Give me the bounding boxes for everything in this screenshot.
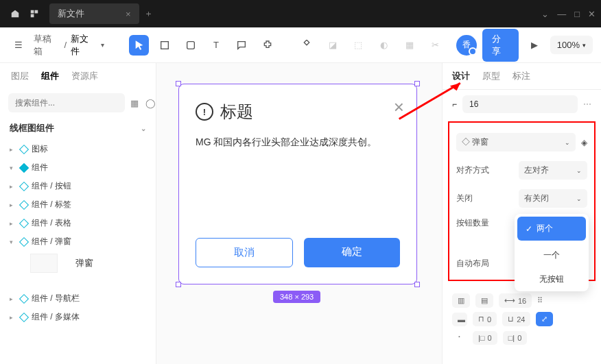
- pad-input[interactable]: □| 0: [503, 331, 528, 345]
- align-select[interactable]: 左对齐⌄: [519, 161, 587, 180]
- tree-item[interactable]: ▸组件 / 表格: [5, 214, 150, 232]
- svg-rect-2: [31, 14, 34, 18]
- component-thumb[interactable]: [30, 254, 58, 273]
- crop-tool[interactable]: ✂: [425, 35, 445, 56]
- variant-icon[interactable]: ◈: [581, 138, 587, 147]
- new-tab-icon[interactable]: ＋: [139, 4, 158, 23]
- tab-components[interactable]: 组件: [41, 70, 59, 82]
- svg-rect-5: [304, 40, 309, 45]
- search-input[interactable]: [8, 93, 125, 112]
- left-tabs: 图层 组件 资源库: [0, 63, 156, 89]
- mask-tool[interactable]: ◪: [322, 35, 342, 56]
- close-window-icon[interactable]: ✕: [588, 9, 596, 19]
- tab-layers[interactable]: 图层: [11, 70, 29, 82]
- circle-icon[interactable]: ◯: [145, 98, 156, 108]
- minimize-icon[interactable]: —: [557, 9, 566, 19]
- menu-icon[interactable]: ☰: [8, 35, 28, 56]
- close-select[interactable]: 有关闭⌄: [519, 189, 587, 208]
- breadcrumb: 草稿箱/ 新文件 ▾: [34, 33, 104, 58]
- dropdown-item[interactable]: 无按钮: [515, 267, 589, 291]
- ok-button[interactable]: 确定: [304, 238, 400, 267]
- tree-item[interactable]: ▾组件 / 弹窗: [5, 232, 150, 251]
- boolean-tool[interactable]: ◐: [374, 35, 394, 56]
- dialog-body: MG 和国内各行业头部企业达成深度共创。: [196, 136, 400, 149]
- maximize-icon[interactable]: □: [574, 9, 580, 19]
- tree-item[interactable]: ▸图标: [5, 140, 150, 158]
- share-button[interactable]: 分享: [482, 29, 519, 62]
- file-tab[interactable]: 新文件×: [49, 3, 139, 24]
- section-header[interactable]: 线框图组件⌄: [0, 117, 156, 140]
- svg-rect-4: [187, 41, 194, 49]
- chevron-down-icon[interactable]: ▾: [101, 41, 104, 49]
- svg-rect-3: [161, 41, 169, 49]
- svg-rect-1: [35, 10, 38, 14]
- close-tab-icon[interactable]: ×: [126, 9, 131, 19]
- cancel-button[interactable]: 取消: [196, 238, 293, 267]
- text-tool[interactable]: T: [206, 35, 226, 56]
- tree-item[interactable]: ▸组件 / 多媒体: [5, 308, 150, 326]
- tab-inspect[interactable]: 标注: [512, 70, 530, 82]
- tree-item[interactable]: ▾组件: [5, 158, 150, 177]
- canvas[interactable]: ! 标题 × MG 和国内各行业头部企业达成深度共创。 取消 确定 348 × …: [156, 63, 442, 364]
- select-tool[interactable]: [129, 35, 149, 56]
- right-panel: 设计 原型 标注 ⌐16⋯ ◇ 弹窗⌄◈ 对齐方式左对齐⌄ 关闭有关闭⌄ 按钮数…: [442, 63, 601, 364]
- toolbar: ☰ 草稿箱/ 新文件 ▾ T ◪ ⬚ ◐ ▦ ✂ 香 分享 ▶ 100%▾: [0, 27, 601, 63]
- dialog-component[interactable]: ! 标题 × MG 和国内各行业头部企业达成深度共创。 取消 确定: [178, 84, 417, 284]
- align-icon[interactable]: ▬: [452, 313, 467, 326]
- pad-input[interactable]: ⊔ 24: [502, 312, 530, 326]
- layout-icon[interactable]: ▥: [452, 293, 470, 308]
- component-tool[interactable]: [296, 35, 316, 56]
- align-icon[interactable]: ⠂: [452, 330, 467, 345]
- union-tool[interactable]: ⬚: [348, 35, 368, 56]
- files-icon[interactable]: [25, 4, 44, 23]
- more-icon[interactable]: ⋯: [583, 99, 591, 109]
- pad-input[interactable]: |□ 0: [473, 331, 497, 345]
- tree-item[interactable]: ▸组件 / 标签: [5, 195, 150, 214]
- dimension-badge: 348 × 293: [273, 291, 320, 303]
- play-icon[interactable]: ▶: [524, 35, 544, 56]
- pad-input[interactable]: ⊓ 0: [473, 312, 497, 326]
- dropdown-menu: ✓ 两个 一个 无按钮: [515, 214, 589, 291]
- titlebar: 新文件× ＋ ⌄ — □ ✕: [0, 0, 601, 27]
- image-tool[interactable]: ▦: [399, 35, 419, 56]
- tab-assets[interactable]: 资源库: [71, 70, 98, 82]
- spacing-input[interactable]: ⟷ 16: [499, 293, 532, 308]
- grid-icon[interactable]: ▦: [130, 98, 139, 108]
- dropdown-item[interactable]: ✓ 两个: [517, 217, 586, 241]
- dialog-title: 标题: [220, 101, 253, 123]
- dropdown-item[interactable]: 一个: [515, 243, 589, 267]
- tree-item[interactable]: ▸组件 / 按钮: [5, 177, 150, 195]
- expand-icon[interactable]: ⤢: [536, 312, 553, 326]
- frame-tool[interactable]: [154, 35, 174, 56]
- radius-input[interactable]: 16: [462, 95, 578, 113]
- tab-prototype[interactable]: 原型: [482, 70, 500, 82]
- layout-icon[interactable]: ▤: [475, 293, 493, 308]
- home-icon[interactable]: [5, 4, 25, 23]
- svg-rect-0: [31, 10, 34, 14]
- tree-item[interactable]: ▸组件 / 导航栏: [5, 289, 150, 308]
- rect-tool[interactable]: [180, 35, 200, 56]
- left-panel: 图层 组件 资源库 ▦◯ 线框图组件⌄ ▸图标 ▾组件 ▸组件 / 按钮 ▸组件…: [0, 63, 156, 364]
- info-icon: !: [196, 103, 213, 121]
- component-select[interactable]: ◇ 弹窗⌄: [456, 133, 576, 151]
- more-icon[interactable]: ⠿: [537, 296, 543, 305]
- plugin-tool[interactable]: [257, 35, 277, 56]
- zoom-select[interactable]: 100%▾: [550, 36, 593, 54]
- comment-tool[interactable]: [232, 35, 252, 56]
- avatar[interactable]: 香: [456, 35, 476, 56]
- chevron-down-icon[interactable]: ⌄: [541, 9, 549, 19]
